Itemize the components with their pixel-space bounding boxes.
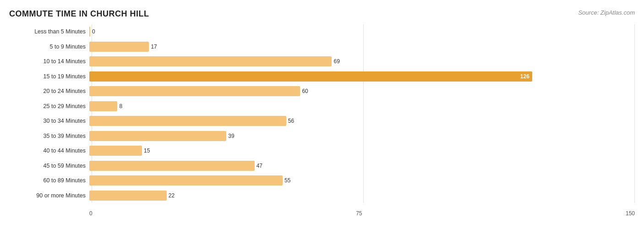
bar-value: 15 — [144, 147, 150, 154]
x-axis: 075150 — [89, 210, 635, 217]
bar-row: 15 to 19 Minutes126 — [9, 69, 635, 84]
bar-label: Less than 5 Minutes — [9, 28, 89, 35]
bar-track: 126 — [89, 71, 635, 82]
bar-row: 30 to 34 Minutes56 — [9, 114, 635, 128]
bar-value: 8 — [119, 103, 122, 109]
bar-track: 47 — [89, 160, 635, 172]
bar-fill — [89, 27, 90, 37]
x-axis-label: 0 — [89, 210, 93, 217]
bar-fill — [89, 191, 167, 201]
bar-fill: 126 — [89, 71, 532, 82]
bar-track: 22 — [89, 190, 635, 202]
bar-label: 15 to 19 Minutes — [9, 73, 89, 80]
bar-value: 47 — [257, 163, 262, 169]
bar-fill — [89, 131, 226, 141]
bar-label: 20 to 24 Minutes — [9, 88, 89, 94]
bar-label: 90 or more Minutes — [9, 192, 89, 199]
bar-value: 126 — [520, 73, 529, 80]
bar-value: 39 — [228, 133, 234, 139]
chart-title: COMMUTE TIME IN CHURCH HILL — [9, 9, 149, 19]
bar-fill — [89, 175, 283, 185]
bar-label: 30 to 34 Minutes — [9, 118, 89, 124]
bar-track: 60 — [89, 85, 635, 97]
bar-fill — [89, 101, 117, 111]
bar-fill — [89, 42, 149, 52]
bar-row: 45 to 59 Minutes47 — [9, 158, 635, 173]
bar-label: 35 to 39 Minutes — [9, 133, 89, 139]
bar-row: 5 to 9 Minutes17 — [9, 39, 635, 54]
bar-value: 60 — [302, 88, 308, 94]
bar-value: 55 — [284, 177, 290, 184]
chart-container: COMMUTE TIME IN CHURCH HILL Source: ZipA… — [0, 0, 644, 240]
bars-area: Less than 5 Minutes05 to 9 Minutes1710 t… — [9, 24, 635, 203]
chart-source: Source: ZipAtlas.com — [578, 9, 635, 16]
chart-body: Less than 5 Minutes05 to 9 Minutes1710 t… — [9, 24, 635, 217]
bar-value: 69 — [333, 58, 339, 65]
bar-fill — [89, 161, 255, 171]
bar-track: 39 — [89, 130, 635, 142]
bar-row: Less than 5 Minutes0 — [9, 24, 635, 39]
bar-track: 15 — [89, 145, 635, 157]
bar-label: 60 to 89 Minutes — [9, 177, 89, 184]
bar-track: 17 — [89, 41, 635, 53]
bar-row: 25 to 29 Minutes8 — [9, 99, 635, 114]
bar-fill — [89, 86, 300, 96]
bar-label: 45 to 59 Minutes — [9, 163, 89, 169]
bar-value: 0 — [92, 28, 95, 35]
bar-label: 10 to 14 Minutes — [9, 58, 89, 65]
chart-header: COMMUTE TIME IN CHURCH HILL Source: ZipA… — [9, 9, 635, 19]
bar-row: 90 or more Minutes22 — [9, 188, 635, 203]
bar-track: 69 — [89, 55, 635, 67]
bar-row: 40 to 44 Minutes15 — [9, 143, 635, 158]
bar-track: 55 — [89, 175, 635, 186]
bar-track: 0 — [89, 26, 635, 38]
bar-value: 56 — [288, 118, 294, 124]
bar-row: 20 to 24 Minutes60 — [9, 84, 635, 98]
bar-fill — [89, 56, 332, 66]
bar-label: 40 to 44 Minutes — [9, 147, 89, 154]
bar-track: 56 — [89, 115, 635, 127]
bar-row: 35 to 39 Minutes39 — [9, 129, 635, 143]
x-axis-label: 150 — [626, 210, 635, 217]
bar-row: 10 to 14 Minutes69 — [9, 54, 635, 69]
bar-row: 60 to 89 Minutes55 — [9, 173, 635, 188]
bar-label: 5 to 9 Minutes — [9, 44, 89, 50]
bar-value: 22 — [169, 192, 175, 199]
bar-value: 17 — [151, 44, 157, 50]
bar-fill — [89, 116, 286, 126]
bar-fill — [89, 146, 142, 156]
bar-label: 25 to 29 Minutes — [9, 103, 89, 109]
bar-track: 8 — [89, 100, 635, 112]
x-axis-label: 75 — [356, 210, 362, 217]
